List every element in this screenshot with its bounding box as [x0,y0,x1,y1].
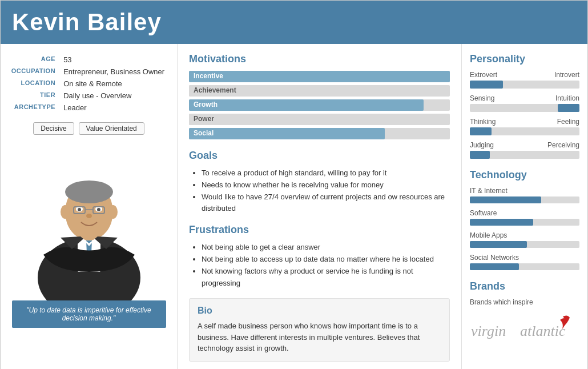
tech-it-internet: IT & Internet [470,187,579,203]
occupation-value: Entrepreneur, Business Owner [61,66,170,77]
goals-list: To receive a product of high standard, w… [189,167,450,215]
frustrations-section: Frustrations Not being able to get a cle… [189,224,450,289]
header: Kevin Bailey [1,1,587,44]
judging-label: Judging [470,141,494,149]
location-value: On site & Remote [61,78,170,89]
archetype-label: ARCHETYPE [7,102,60,113]
bar-social: Social [189,128,450,139]
personality-sensing-row: Sensing Intuition [470,94,579,112]
location-row: LOCATION On site & Remote [7,78,170,89]
goal-item-3: Would like to have 27/4 overview of curr… [202,191,450,215]
tags-container: Decisive Value Orientated [33,122,144,135]
age-label: AGE [7,54,60,65]
frustration-item-2: Not being able to access up to date data… [202,254,450,266]
perceiving-label: Perceiving [547,141,579,149]
middle-column: Motivations Incentive Achievement [178,44,462,369]
bio-text: A self made business person who knows ho… [198,320,441,354]
bar-incentive: Incentive [189,71,450,82]
thinking-label: Thinking [470,118,496,126]
tech-it-label: IT & Internet [470,187,579,195]
tag-decisive[interactable]: Decisive [33,122,74,135]
tech-mobile-apps: Mobile Apps [470,231,579,248]
tech-software: Software [470,209,579,226]
feeling-label: Feeling [557,118,579,126]
technology-title: Technology [470,169,579,181]
tier-value: Daily use - Overview [61,90,170,101]
location-label: LOCATION [7,78,60,89]
archetype-value: Leader [61,102,170,113]
archetype-row: ARCHETYPE Leader [7,102,170,113]
tech-mobile-label: Mobile Apps [470,231,579,239]
goals-section: Goals To receive a product of high stand… [189,150,450,215]
svg-point-14 [86,214,92,218]
quote-text: "Up to date data is imperitive for effec… [26,306,151,322]
extrovert-label: Extrovert [470,71,497,79]
frustrations-list: Not being able to get a clear answer Not… [189,242,450,289]
introvert-label: Introvert [554,71,579,79]
profile-photo [12,141,166,300]
svg-point-10 [97,208,100,211]
bio-title: Bio [198,306,441,316]
goal-item-1: To receive a product of high standard, w… [202,167,450,179]
left-column: AGE 53 OCCUPATION Entrepreneur, Business… [1,44,178,369]
bar-growth: Growth [189,99,450,111]
personality-thinking-row: Thinking Feeling [470,118,579,135]
tech-software-label: Software [470,209,579,217]
motivations-title: Motivations [189,53,450,65]
main-content: AGE 53 OCCUPATION Entrepreneur, Business… [1,44,587,369]
svg-point-6 [108,205,118,219]
bio-box: Bio A self made business person who know… [189,298,450,362]
personality-judging-row: Judging Perceiving [470,141,579,159]
brands-section: Brands Brands which inspire virgin atlan… [470,280,579,343]
tech-social-label: Social Networks [470,254,579,262]
quote-box: "Up to date data is imperitive for effec… [12,300,166,328]
svg-point-9 [78,208,81,211]
svg-point-5 [61,205,70,219]
bar-achievement: Achievement [189,85,450,97]
age-value: 53 [61,54,170,65]
personality-title: Personality [470,53,579,65]
frustration-item-3: Not knowing factors why a product or ser… [202,266,450,290]
brands-title: Brands [470,280,579,292]
frustration-item-1: Not being able to get a clear answer [202,242,450,254]
motivations-section: Motivations Incentive Achievement [189,53,450,139]
svg-text:virgin: virgin [471,323,506,339]
age-row: AGE 53 [7,54,170,65]
sensing-label: Sensing [470,94,494,102]
occupation-row: OCCUPATION Entrepreneur, Business Owner [7,66,170,77]
tier-label: TIER [7,90,60,101]
personality-section: Personality Extrovert Introvert Sensing [470,53,579,159]
brands-subtitle: Brands which inspire [470,298,579,306]
frustrations-title: Frustrations [189,224,450,236]
bar-power: Power [189,114,450,125]
personality-extrovert-row: Extrovert Introvert [470,71,579,89]
occupation-label: OCCUPATION [7,66,60,77]
svg-point-4 [65,181,113,203]
goals-title: Goals [189,150,450,162]
bio-section: Bio A self made business person who know… [189,298,450,362]
virgin-atlantic-logo: virgin atlantic [470,312,579,343]
svg-text:atlantic: atlantic [520,323,566,339]
tag-value-orientated[interactable]: Value Orientated [79,122,144,135]
tier-row: TIER Daily use - Overview [7,90,170,101]
right-column: Personality Extrovert Introvert Sensing [462,44,587,369]
technology-section: Technology IT & Internet Software Mobile… [470,169,579,270]
intuition-label: Intuition [555,94,579,102]
page-wrapper: Kevin Bailey AGE 53 OCCUPATION Entrepren… [0,0,588,369]
profile-name: Kevin Bailey [12,9,576,36]
info-table: AGE 53 OCCUPATION Entrepreneur, Business… [6,53,171,114]
goal-item-2: Needs to know whether he is receiving va… [202,179,450,191]
person-svg [15,146,163,300]
tech-social-networks: Social Networks [470,254,579,270]
